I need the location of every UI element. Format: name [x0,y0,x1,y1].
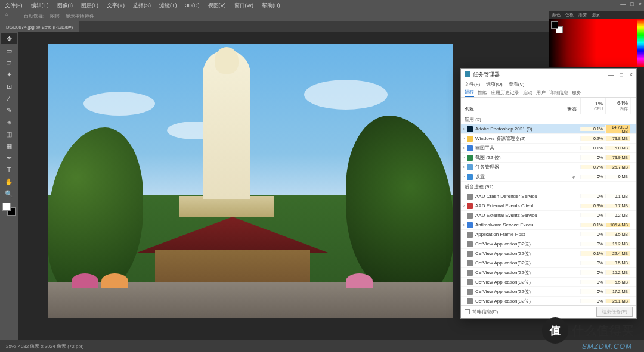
tm-col-cpu[interactable]: 1% CPU [580,98,605,114]
menu-type[interactable]: 文字(Y) [107,2,125,10]
opt-layer[interactable]: 图层 [50,13,60,20]
tm-col-name[interactable]: 名称 状态 [461,98,580,114]
panel-fg-swatch[interactable] [551,21,558,29]
watermark-text: 什么值得买 [572,323,634,339]
expand-icon[interactable]: › [461,146,467,150]
tm-process-list[interactable]: 应用 (5) ›Adobe Photoshop 2021 (3)0.1%14,7… [461,114,636,305]
foreground-color-swatch[interactable] [2,203,11,211]
tm-process-row[interactable]: AAD Crash Defender Service0%0.1 MB [461,192,636,201]
tm-fewer-details-icon[interactable] [465,309,470,314]
tm-process-row[interactable]: ›画图工具0.1%5.0 MB [461,144,636,153]
menu-edit[interactable]: 编辑(E) [31,2,49,10]
expand-icon[interactable]: › [461,204,467,208]
status-zoom[interactable]: 25% [6,344,16,349]
tm-close-button[interactable]: × [629,71,633,78]
tm-tab-startup[interactable]: 启动 [523,89,532,96]
menu-file[interactable]: 文件(F) [5,2,23,10]
task-manager-window[interactable]: 任务管理器 — □ × 文件(F) 选项(O) 查看(V) 进程 性能 应用历史… [460,68,637,319]
expand-icon[interactable]: › [461,223,467,227]
tm-fewer-details-link[interactable]: 简略信息(D) [472,309,498,315]
home-icon[interactable]: ⌂ [5,12,13,20]
menu-window[interactable]: 窗口(W) [234,2,254,10]
tm-process-row[interactable]: CefView Application(32位)0%8.5 MB [461,258,636,268]
tm-col-memory[interactable]: 64% 内存 [605,98,630,114]
expand-icon[interactable]: › [461,165,467,169]
tm-process-row[interactable]: CefView Application(32位)0%16.2 MB [461,239,636,249]
tm-minimize-button[interactable]: — [608,71,614,78]
menu-help[interactable]: 帮助(H) [262,2,280,10]
gradient-tool-icon[interactable]: ▦ [1,141,17,151]
tm-process-row[interactable]: CefView Application(32位)0%15.2 MB [461,268,636,278]
process-cpu: 0.1% [580,223,605,227]
tm-process-row[interactable]: CefView Application(32位)0%17.2 MB [461,287,636,297]
expand-icon[interactable]: › [461,175,467,179]
menu-select[interactable]: 选择(S) [133,2,151,10]
tm-process-row[interactable]: ›Windows 资源管理器(2)0.2%73.8 MB [461,134,636,144]
tm-process-row[interactable]: CefView Application(32位)0%25.1 MB [461,297,636,305]
tm-tab-details[interactable]: 详细信息 [549,89,568,96]
tm-process-row[interactable]: CefView Application(32位)0.1%22.4 MB [461,249,636,258]
menu-image[interactable]: 图像(I) [57,2,73,10]
tm-menu-file[interactable]: 文件(F) [465,81,480,88]
tm-menu-view[interactable]: 查看(V) [509,81,525,88]
tm-titlebar[interactable]: 任务管理器 — □ × [461,69,636,80]
menu-filter[interactable]: 滤镜(T) [159,2,177,10]
tm-process-row[interactable]: CefView Application(32位)0%5.5 MB [461,278,636,287]
status-doc-info: 4032 像素 x 3024 像素 (72 ppi) [18,343,83,350]
menu-view[interactable]: 视图(V) [208,2,226,10]
menu-3d[interactable]: 3D(D) [185,2,200,8]
marquee-tool-icon[interactable]: ▭ [1,45,17,56]
pen-tool-icon[interactable]: ✒ [1,152,17,163]
tab-swatches[interactable]: 色板 [565,12,574,18]
process-cpu: 0% [580,242,605,246]
tm-process-row[interactable]: ›Adobe Photoshop 2021 (3)0.1%14,733.3 MB [461,124,636,134]
opt-transform[interactable]: 显示变换控件 [66,13,94,20]
color-picker-panel[interactable] [549,19,644,67]
wand-tool-icon[interactable]: ✦ [1,69,17,80]
expand-icon[interactable]: › [461,155,467,160]
tm-tab-processes[interactable]: 进程 [465,89,474,97]
zoom-tool-icon[interactable]: 🔍 [1,188,17,199]
tm-process-row[interactable]: Application Frame Host0%3.5 MB [461,230,636,239]
brush-tool-icon[interactable]: ✎ [1,105,17,116]
tm-maximize-button[interactable]: □ [620,71,623,78]
move-tool-icon[interactable]: ✥ [1,33,17,44]
crop-tool-icon[interactable]: ⊡ [1,81,17,92]
watermark-logo-icon: 值 [542,317,568,344]
type-tool-icon[interactable]: T [1,164,17,175]
lasso-tool-icon[interactable]: ⊃ [1,57,17,68]
hand-tool-icon[interactable]: ✋ [1,176,17,187]
tm-process-row[interactable]: ›设置φ0%0 MB [461,172,636,182]
document-canvas[interactable] [48,44,453,318]
tab-gradients[interactable]: 渐变 [578,12,587,18]
close-button[interactable]: × [639,1,642,7]
tm-tab-history[interactable]: 应用历史记录 [491,89,519,96]
eyedropper-tool-icon[interactable]: ⁄ [1,93,17,104]
tm-end-task-button[interactable]: 结束任务(E) [596,307,633,317]
eraser-tool-icon[interactable]: ◫ [1,129,17,139]
tm-process-row[interactable]: ›任务管理器0.7%25.7 MB [461,163,636,172]
tm-tab-services[interactable]: 服务 [572,89,581,96]
minimize-button[interactable]: — [620,1,626,7]
document-tab[interactable]: DSC0674.jpg @ 25% (RGB/8#) [0,21,79,32]
foreground-background-swatch[interactable] [2,203,16,216]
hue-slider[interactable] [637,19,644,67]
stamp-tool-icon[interactable]: ⎈ [1,117,17,127]
menu-layer[interactable]: 图层(L) [81,2,98,10]
tm-menu-options[interactable]: 选项(O) [486,81,503,88]
tab-color[interactable]: 颜色 [552,12,561,18]
tm-process-row[interactable]: ›AAD External Events Client ...0.3%5.7 M… [461,201,636,211]
process-memory: 0 MB [605,175,630,179]
tab-patterns[interactable]: 图案 [592,12,600,18]
expand-icon[interactable]: › [461,136,467,141]
maximize-button[interactable]: □ [630,1,633,7]
tm-process-row[interactable]: ›Antimalware Service Execu...0.1%185.4 M… [461,220,636,230]
tm-process-row[interactable]: AAD External Events Service0%0.2 MB [461,211,636,220]
tm-process-row[interactable]: ›截图 (32 位)0%73.9 MB [461,153,636,163]
tm-tab-users[interactable]: 用户 [536,89,546,96]
expand-icon[interactable]: › [461,127,467,131]
watermark-url: SMZDM.COM [582,342,632,351]
tm-tab-performance[interactable]: 性能 [478,89,487,96]
panel-fg-bg-swatch[interactable] [551,21,563,33]
process-icon [467,136,473,142]
